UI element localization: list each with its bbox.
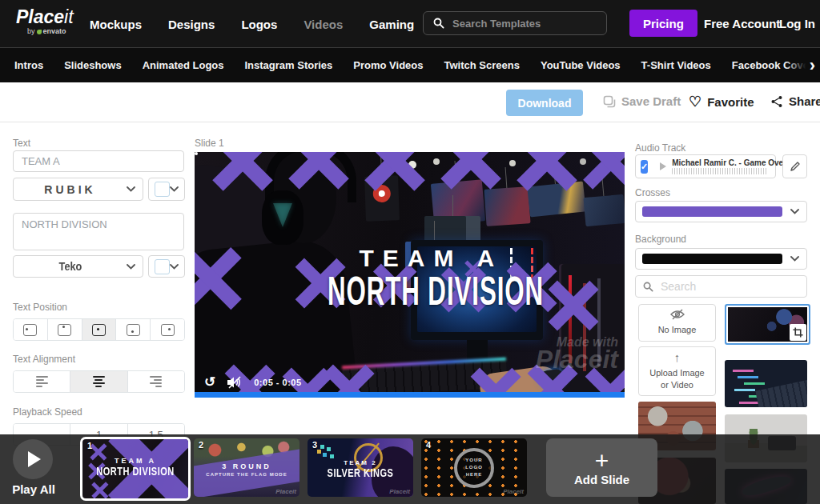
chevron-down-icon bbox=[127, 186, 135, 192]
cross-shape bbox=[472, 370, 519, 392]
play-all-button[interactable] bbox=[13, 439, 53, 479]
image-search bbox=[635, 275, 807, 298]
subnav-tshirt-videos[interactable]: T-Shirt Videos bbox=[641, 59, 711, 71]
image-search-input[interactable] bbox=[659, 279, 790, 294]
font2-name: Teko bbox=[58, 259, 82, 273]
placeit-watermark: Made with Placeit bbox=[536, 337, 618, 371]
subnav-instagram-stories[interactable]: Instagram Stories bbox=[245, 59, 333, 71]
text2-textarea[interactable]: NORTH DIVISION bbox=[14, 214, 183, 250]
slide3-pixels bbox=[320, 445, 324, 449]
background-label: Background bbox=[635, 234, 686, 245]
favorite-label: Favorite bbox=[707, 95, 754, 109]
position-center-button[interactable] bbox=[82, 319, 117, 340]
subnav-animated-logos[interactable]: Animated Logos bbox=[143, 59, 224, 71]
subnav-promo-videos[interactable]: Promo Videos bbox=[353, 59, 423, 71]
position-right-icon bbox=[161, 324, 175, 336]
upload-arrow-icon: ↑ bbox=[674, 351, 681, 363]
subnav-youtube-videos[interactable]: YouTube Videos bbox=[541, 59, 621, 71]
slide1-title: TEAM A bbox=[82, 457, 188, 465]
text-position-group bbox=[13, 318, 185, 341]
slide-thumb-2[interactable]: 2 3 ROUND CAPTURE THE FLAG MODE Placeit bbox=[194, 438, 299, 497]
align-left-button[interactable] bbox=[14, 371, 70, 392]
logo-by: by bbox=[27, 28, 35, 35]
subnav-slideshows[interactable]: Slideshows bbox=[64, 59, 122, 71]
subnav-intros[interactable]: Intros bbox=[14, 59, 43, 71]
nav-gaming[interactable]: Gaming bbox=[369, 18, 414, 31]
audio-play-icon[interactable] bbox=[660, 162, 666, 170]
stage-title-text: TEAM A bbox=[359, 245, 503, 272]
position-top-button[interactable] bbox=[48, 319, 82, 340]
crosses-label: Crosses bbox=[635, 187, 670, 198]
position-right-button[interactable] bbox=[151, 319, 184, 340]
align-right-button[interactable] bbox=[128, 371, 184, 392]
nav-videos[interactable]: Videos bbox=[303, 18, 343, 31]
main-nav: Mockups Designs Logos Videos Gaming bbox=[90, 0, 414, 48]
chevron-down-icon bbox=[790, 209, 799, 214]
font1-select[interactable]: RUBIK bbox=[13, 178, 143, 201]
color1-swatch bbox=[155, 182, 170, 197]
background-thumb-code[interactable] bbox=[725, 360, 807, 407]
slide-thumb-3[interactable]: 3 TEAM 2 SILVER KINGS Placeit bbox=[308, 438, 413, 497]
thumb-watermark: Placeit bbox=[275, 488, 296, 495]
envato-leaf-icon bbox=[37, 30, 42, 34]
color2-picker[interactable] bbox=[148, 255, 185, 278]
cross-shape bbox=[291, 152, 347, 187]
chevron-down-icon bbox=[127, 264, 135, 270]
slide-thumb-4[interactable]: 4 YOUR LOGO HERE Placeit bbox=[421, 438, 527, 497]
save-draft-label: Save Draft bbox=[621, 94, 681, 108]
slide2-title: 3 ROUND bbox=[194, 462, 299, 470]
upload-button[interactable]: ↑ Upload Image or Video bbox=[638, 346, 716, 396]
slide-thumb-1[interactable]: 1 TEAM A NORTH DIVISION bbox=[80, 437, 191, 501]
free-account-link[interactable]: Free Account bbox=[704, 17, 780, 30]
video-preview[interactable]: TEAM A NORTH DIVISION Made with Placeit … bbox=[195, 152, 625, 392]
nav-logos[interactable]: Logos bbox=[241, 18, 277, 31]
chevron-down-icon bbox=[170, 264, 179, 270]
font2-select[interactable]: Teko bbox=[13, 255, 143, 278]
stage-subtitle-text: NORTH DIVISION bbox=[328, 269, 544, 314]
search-input[interactable] bbox=[451, 17, 598, 30]
crosses-color-select[interactable] bbox=[635, 201, 807, 222]
stage-screen bbox=[424, 216, 480, 242]
stage-lights bbox=[195, 152, 198, 155]
audio-checkbox[interactable]: ✓ bbox=[641, 160, 648, 174]
background-color-select[interactable] bbox=[635, 248, 807, 270]
slide4-logo-line2: HERE bbox=[466, 471, 483, 478]
align-right-icon bbox=[150, 376, 162, 387]
thumb-watermark: Placeit bbox=[503, 488, 524, 495]
favorite-button[interactable]: ♡ Favorite bbox=[689, 94, 754, 109]
no-image-button[interactable]: No Image bbox=[638, 304, 716, 342]
text1-input[interactable] bbox=[14, 151, 183, 171]
log-in-link[interactable]: Log In bbox=[779, 17, 815, 30]
slide-number: 3 bbox=[312, 440, 317, 450]
pricing-button[interactable]: Pricing bbox=[629, 10, 697, 37]
replay-icon[interactable]: ↺ bbox=[204, 375, 215, 389]
heart-icon: ♡ bbox=[689, 94, 701, 109]
share-button[interactable]: Share bbox=[770, 94, 820, 108]
chevron-down-icon bbox=[170, 186, 179, 192]
placeit-logo[interactable]: Placeit byenvato bbox=[16, 8, 74, 35]
cross-shape bbox=[519, 152, 575, 189]
text-position-label: Text Position bbox=[13, 302, 67, 313]
nav-designs[interactable]: Designs bbox=[168, 18, 215, 31]
text-section-label: Text bbox=[13, 138, 30, 149]
align-center-button[interactable] bbox=[70, 371, 127, 392]
cross-shape bbox=[550, 282, 597, 329]
audio-edit-button[interactable] bbox=[782, 154, 807, 178]
crop-button[interactable] bbox=[790, 324, 806, 341]
subnav-twitch-screens[interactable]: Twitch Screens bbox=[444, 59, 520, 71]
nav-mockups[interactable]: Mockups bbox=[90, 18, 142, 31]
color1-picker[interactable] bbox=[148, 178, 185, 201]
slide-number: 4 bbox=[426, 440, 431, 450]
add-slide-button[interactable]: + Add Slide bbox=[546, 438, 657, 497]
position-top-icon bbox=[58, 324, 71, 336]
position-bottom-button[interactable] bbox=[116, 319, 151, 340]
background-thumb-selected[interactable] bbox=[725, 304, 810, 345]
position-left-button[interactable] bbox=[14, 319, 48, 340]
playback-speed-label: Playback Speed bbox=[13, 406, 82, 418]
save-draft-button[interactable]: Save Draft bbox=[603, 94, 681, 108]
chevron-right-icon[interactable]: › bbox=[810, 57, 815, 74]
download-button[interactable]: Download bbox=[506, 90, 583, 116]
video-progress-bar[interactable] bbox=[195, 392, 625, 398]
cross-shape bbox=[195, 250, 239, 307]
muted-icon[interactable] bbox=[227, 376, 243, 389]
